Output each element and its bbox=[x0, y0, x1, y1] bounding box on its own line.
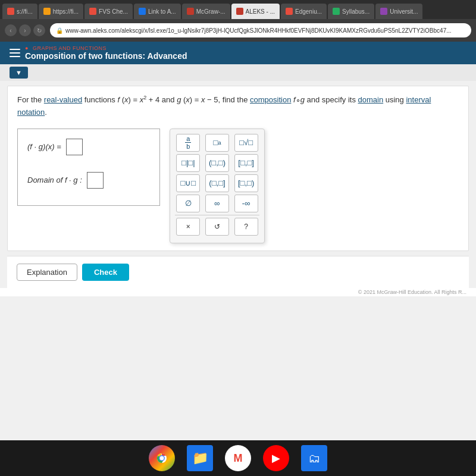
files-icon[interactable]: 📁 bbox=[187, 445, 213, 471]
kb-action-row: × ↺ ? bbox=[175, 218, 259, 236]
lock-icon: 🔒 bbox=[56, 27, 63, 34]
undo-button[interactable]: ↺ bbox=[205, 218, 229, 236]
kb-row-1: ab □a □√□ bbox=[175, 134, 259, 152]
close-button[interactable]: × bbox=[176, 218, 200, 236]
open-closed-button[interactable]: (□,□] bbox=[205, 174, 229, 192]
browser-tab[interactable]: Syllabus... bbox=[328, 4, 374, 19]
tabs-bar: s://fi...https://fi...FVS Che...Link to … bbox=[0, 0, 476, 19]
math-keyboard: ab □a □√□ □|□| (□,□) [□,□] □∪□ (□,□] [□,… bbox=[170, 129, 265, 243]
open-open-button[interactable]: (□,□) bbox=[205, 154, 229, 172]
copyright: © 2021 McGraw-Hill Education. All Rights… bbox=[0, 288, 476, 296]
browser-tab[interactable]: Link to A... bbox=[134, 4, 181, 19]
browser-tab[interactable]: FVS Che... bbox=[84, 4, 133, 19]
svg-point-3 bbox=[160, 456, 164, 461]
closed-open-button[interactable]: [□,□) bbox=[234, 174, 258, 192]
nav-buttons: ‹ › ↻ bbox=[5, 24, 45, 36]
closed-closed-button[interactable]: [□,□] bbox=[234, 154, 258, 172]
browser-tab[interactable]: https://fi... bbox=[39, 4, 83, 19]
problem-body: (f · g)(x) = Domain of f · g : ab □a □√□ bbox=[17, 129, 459, 243]
kb-divider bbox=[175, 215, 259, 215]
browser-tab[interactable]: McGraw-... bbox=[182, 4, 230, 19]
aleks-header: ● GRAPHS AND FUNCTIONS Composition of tw… bbox=[0, 42, 476, 64]
dropdown-bar: ▼ bbox=[0, 64, 476, 81]
fraction-button[interactable]: ab bbox=[176, 134, 200, 152]
abs-button[interactable]: □|□| bbox=[176, 154, 200, 172]
chrome-icon[interactable] bbox=[149, 445, 175, 471]
help-button[interactable]: ? bbox=[234, 218, 258, 236]
content-area: ● GRAPHS AND FUNCTIONS Composition of tw… bbox=[0, 42, 476, 440]
domain-link[interactable]: domain bbox=[358, 95, 384, 104]
empty-set-button[interactable]: ∅ bbox=[176, 195, 200, 212]
forward-button[interactable]: › bbox=[19, 24, 31, 36]
header-text: ● GRAPHS AND FUNCTIONS Composition of tw… bbox=[25, 45, 187, 61]
problem-text: For the real-valued functions f (x) = x2… bbox=[17, 93, 459, 119]
folder-icon[interactable]: 🗂 bbox=[301, 445, 327, 471]
composition-link[interactable]: composition bbox=[250, 95, 291, 104]
domain-label: Domain of f · g : bbox=[27, 176, 82, 184]
square-button[interactable]: □a bbox=[205, 134, 229, 152]
chevron-down-icon: ▼ bbox=[15, 69, 22, 76]
header-subtitle: ● GRAPHS AND FUNCTIONS bbox=[25, 45, 187, 51]
header-title: Composition of two functions: Advanced bbox=[25, 51, 187, 61]
kb-row-2: □|□| (□,□) [□,□] bbox=[175, 154, 259, 172]
address-bar: ‹ › ↻ 🔒 www-awn.aleks.com/alekscgi/x/lsl… bbox=[0, 19, 476, 42]
domain-input[interactable] bbox=[87, 172, 104, 189]
answer-box: (f · g)(x) = Domain of f · g : bbox=[17, 129, 160, 206]
gmail-icon[interactable]: M bbox=[225, 445, 251, 471]
reload-button[interactable]: ↻ bbox=[33, 24, 45, 36]
answer-input[interactable] bbox=[66, 139, 83, 155]
explanation-button[interactable]: Explanation bbox=[17, 264, 77, 281]
browser-tab[interactable]: ALEKS - ... bbox=[231, 4, 280, 19]
back-button[interactable]: ‹ bbox=[5, 24, 17, 36]
action-buttons: Explanation Check bbox=[7, 256, 469, 288]
kb-row-4: ∅ ∞ -∞ bbox=[175, 195, 259, 212]
kb-row-3: □∪□ (□,□] [□,□) bbox=[175, 174, 259, 192]
hamburger-menu[interactable] bbox=[10, 49, 20, 57]
red-dot: ● bbox=[25, 45, 29, 51]
browser-tab[interactable]: s://fi... bbox=[2, 4, 37, 19]
answer-label: (f · g)(x) = bbox=[27, 142, 61, 151]
address-text: www-awn.aleks.com/alekscgi/x/lsl.exe/1o_… bbox=[65, 27, 452, 34]
youtube-icon[interactable]: ▶ bbox=[263, 445, 289, 471]
problem-area: For the real-valued functions f (x) = x2… bbox=[7, 86, 469, 251]
check-button[interactable]: Check bbox=[82, 264, 129, 281]
domain-row: Domain of f · g : bbox=[27, 172, 150, 189]
union-button[interactable]: □∪□ bbox=[176, 174, 200, 192]
browser-tab[interactable]: Edgeniu... bbox=[281, 4, 327, 19]
infinity-button[interactable]: ∞ bbox=[205, 195, 229, 212]
browser-chrome: s://fi...https://fi...FVS Che...Link to … bbox=[0, 0, 476, 42]
sqrt-button[interactable]: □√□ bbox=[234, 134, 258, 152]
address-input[interactable]: 🔒 www-awn.aleks.com/alekscgi/x/lsl.exe/1… bbox=[50, 23, 471, 37]
taskbar: 📁 M ▶ 🗂 bbox=[0, 440, 476, 476]
answer-row: (f · g)(x) = bbox=[27, 139, 150, 155]
browser-tab[interactable]: Universit... bbox=[375, 4, 422, 19]
dropdown-button[interactable]: ▼ bbox=[10, 67, 28, 79]
neg-infinity-button[interactable]: -∞ bbox=[234, 195, 258, 212]
real-valued-link[interactable]: real-valued bbox=[44, 95, 82, 104]
